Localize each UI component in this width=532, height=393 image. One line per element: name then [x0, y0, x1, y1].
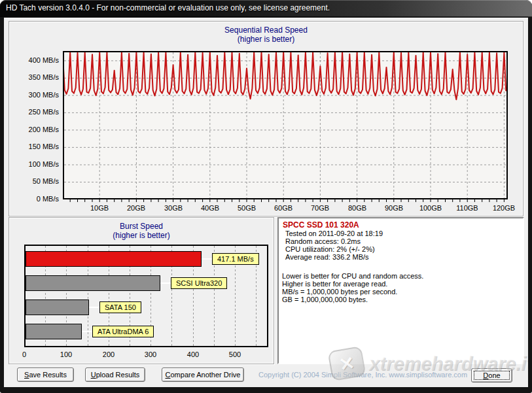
- seq-y-axis-label: 150 MB/s: [12, 143, 59, 150]
- burst-bar-label: SATA 150: [99, 301, 141, 313]
- burst-x-axis-label: 100: [53, 350, 79, 358]
- seq-y-axis-label: 250 MB/s: [12, 108, 59, 116]
- sequential-read-panel: Sequential Read Speed (higher is better)…: [9, 21, 523, 216]
- burst-chart-title: Burst Speed: [9, 222, 274, 231]
- burst-chart-subtitle: (higher is better): [9, 231, 274, 240]
- seq-y-axis-label: 200 MB/s: [12, 126, 59, 133]
- info-note-higher: Higher is better for average read.: [281, 280, 520, 288]
- hd-tach-window: HD Tach version 3.0.4.0 - For non-commer…: [0, 0, 532, 393]
- burst-bar-connector: [89, 307, 99, 308]
- seq-x-axis-label: 90GB: [378, 204, 410, 212]
- seq-x-axis-label: 60GB: [268, 204, 299, 212]
- burst-bar-label: ATA UltraDMA 6: [92, 326, 154, 337]
- seq-x-axis-label: 70GB: [304, 204, 336, 212]
- burst-bar: [26, 275, 160, 291]
- info-note-lower: Lower is better for CPU and random acces…: [281, 272, 520, 280]
- drive-name: SPCC SSD 101 320A: [281, 220, 520, 230]
- seq-x-axis-label: 100GB: [415, 204, 446, 212]
- burst-bar-connector: [202, 258, 212, 260]
- seq-x-axis-label: 80GB: [342, 204, 373, 212]
- window-titlebar[interactable]: HD Tach version 3.0.4.0 - For non-commer…: [0, 0, 532, 17]
- compare-another-drive-button[interactable]: Compare Another Drive: [162, 367, 244, 382]
- info-note-mbs: MB/s = 1,000,000 bytes per second.: [281, 288, 520, 296]
- upload-results-button[interactable]: Upload Results: [85, 367, 145, 382]
- burst-bar: [26, 251, 202, 267]
- window-content: Sequential Read Speed (higher is better)…: [4, 18, 528, 387]
- burst-bar: [26, 299, 89, 315]
- window-title: HD Tach version 3.0.4.0 - For non-commer…: [6, 3, 330, 12]
- info-tested-on: Tested on 2011-09-20 at 18:19: [281, 230, 520, 237]
- burst-x-axis-label: 0: [11, 350, 37, 358]
- seq-x-axis-label: 30GB: [158, 204, 189, 212]
- seq-y-axis-label: 350 MB/s: [12, 73, 59, 81]
- burst-bar: [26, 324, 82, 339]
- burst-x-axis-label: 300: [137, 350, 164, 358]
- info-average-read: Average read: 336.2 MB/s: [281, 253, 520, 261]
- seq-y-axis-label: 300 MB/s: [12, 91, 59, 99]
- seq-y-axis-label: 0 MB/s: [12, 195, 59, 203]
- burst-bar-label: SCSI Ultra320: [171, 277, 227, 289]
- info-note-gb: GB = 1,000,000,000 bytes.: [281, 296, 520, 303]
- drive-info-panel: SPCC SSD 101 320A Tested on 2011-09-20 a…: [277, 217, 524, 364]
- burst-x-axis-label: 400: [180, 350, 206, 358]
- burst-x-axis-label: 500: [222, 350, 248, 358]
- seq-x-axis-label: 10GB: [84, 204, 115, 212]
- copyright-text: Copyright (C) 2004 Simpli Software, Inc.…: [258, 371, 467, 379]
- seq-y-axis-label: 100 MB/s: [12, 160, 59, 168]
- seq-y-axis-label: 50 MB/s: [12, 177, 59, 185]
- sequential-chart-subtitle: (higher is better): [9, 35, 523, 44]
- seq-x-axis-label: 110GB: [452, 204, 483, 212]
- burst-x-axis-label: 200: [96, 350, 122, 358]
- seq-y-axis-label: 400 MB/s: [12, 56, 59, 64]
- info-random-access: Random access: 0.2ms: [281, 237, 520, 245]
- save-results-button[interactable]: Save Results: [17, 367, 74, 382]
- sequential-read-plot: [63, 51, 508, 203]
- burst-speed-plot: 417.1 MB/sSCSI Ultra320SATA 150ATA Ultra…: [24, 245, 268, 347]
- burst-bar-connector: [160, 282, 171, 284]
- seq-x-axis-label: 20GB: [120, 204, 152, 212]
- seq-x-axis-label: 120GB: [488, 204, 520, 212]
- info-cpu-utilization: CPU utilization: 2% (+/- 2%): [281, 245, 520, 253]
- sequential-chart-title: Sequential Read Speed: [9, 26, 523, 35]
- burst-bar-label: 417.1 MB/s: [212, 253, 259, 265]
- burst-bar-connector: [82, 331, 92, 332]
- seq-x-axis-label: 50GB: [231, 204, 262, 212]
- burst-speed-panel: Burst Speed (higher is better) 417.1 MB/…: [9, 217, 274, 364]
- done-button[interactable]: Done: [471, 368, 512, 383]
- sequential-read-chart: [63, 51, 508, 203]
- seq-x-axis-label: 40GB: [194, 204, 226, 212]
